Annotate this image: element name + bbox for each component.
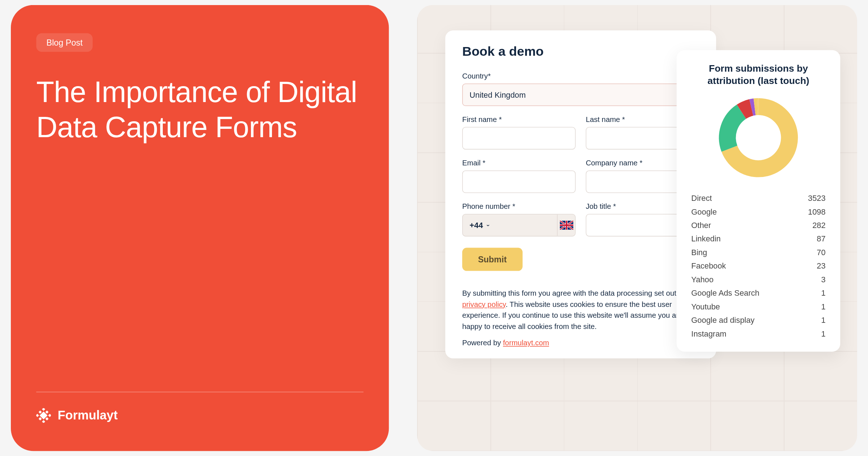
stats-row: Google ad display1 — [691, 316, 825, 325]
country-select[interactable]: United Kingdom — [462, 84, 699, 106]
page-title: The Importance of Digital Data Capture F… — [36, 75, 363, 145]
stats-row-label: Google Ads Search — [691, 288, 759, 297]
stats-row-label: Yahoo — [691, 275, 714, 284]
svg-rect-0 — [42, 408, 45, 411]
stats-row: Yahoo3 — [691, 275, 825, 284]
donut-chart — [716, 96, 801, 180]
country-label: Country* — [462, 72, 699, 80]
stats-row: Instagram1 — [691, 329, 825, 338]
category-badge: Blog Post — [36, 33, 93, 52]
stats-row-label: Google — [691, 207, 716, 216]
email-label: Email * — [462, 159, 576, 167]
stats-row: Direct3523 — [691, 194, 825, 203]
divider — [36, 392, 363, 392]
stats-row-label: Other — [691, 221, 711, 230]
email-input[interactable] — [462, 170, 576, 193]
svg-rect-1 — [42, 420, 45, 423]
stats-card: Form submissions by attribution (last to… — [677, 50, 840, 352]
stats-row-label: Google ad display — [691, 316, 754, 325]
phone-input[interactable]: +44 › — [462, 214, 576, 236]
powered-by: Powered by formulayt.com — [462, 339, 699, 347]
formulayt-logo-icon — [36, 408, 51, 423]
stats-row-value: 23 — [817, 261, 825, 270]
logo-text: Formulayt — [58, 408, 118, 423]
submit-button[interactable]: Submit — [462, 248, 523, 271]
stats-row-value: 3 — [821, 275, 825, 284]
stats-row-label: Youtube — [691, 302, 720, 311]
stats-row-value: 1 — [821, 302, 825, 311]
stats-row: Facebook23 — [691, 261, 825, 270]
svg-rect-7 — [45, 417, 48, 421]
stats-row: Other282 — [691, 221, 825, 230]
stats-row-value: 87 — [817, 234, 825, 243]
stats-row: Linkedin87 — [691, 234, 825, 243]
first-name-input[interactable] — [462, 127, 576, 149]
phone-label: Phone number * — [462, 202, 576, 210]
stats-row-label: Direct — [691, 194, 712, 203]
svg-rect-2 — [36, 414, 39, 417]
preview-panel: Book a demo Country* United Kingdom Firs… — [417, 5, 857, 451]
stats-row-value: 1098 — [808, 207, 826, 216]
svg-rect-3 — [48, 414, 51, 417]
svg-rect-5 — [45, 410, 48, 414]
stats-row: Youtube1 — [691, 302, 825, 311]
country-value: United Kingdom — [469, 90, 526, 99]
privacy-policy-link[interactable]: privacy policy — [462, 300, 506, 308]
form-title: Book a demo — [462, 44, 699, 59]
formulayt-link[interactable]: formulayt.com — [503, 339, 549, 347]
stats-row-value: 1 — [821, 288, 825, 297]
stats-row-label: Bing — [691, 248, 707, 257]
disclaimer-text: By submitting this form you agree with t… — [462, 288, 699, 332]
stats-row-label: Facebook — [691, 261, 726, 270]
demo-form-card: Book a demo Country* United Kingdom Firs… — [445, 30, 716, 358]
first-name-label: First name * — [462, 115, 576, 123]
stats-list: Direct3523Google1098Other282Linkedin87Bi… — [691, 194, 825, 338]
svg-rect-4 — [39, 410, 42, 414]
stats-row-label: Linkedin — [691, 234, 720, 243]
hero-panel: Blog Post The Importance of Digital Data… — [11, 5, 389, 451]
logo: Formulayt — [36, 408, 363, 423]
stats-row: Bing70 — [691, 248, 825, 257]
chevron-down-icon: › — [485, 224, 492, 226]
stats-row: Google Ads Search1 — [691, 288, 825, 297]
phone-code-selector[interactable]: +44 › — [463, 215, 557, 236]
stats-row-label: Instagram — [691, 329, 726, 338]
stats-row: Google1098 — [691, 207, 825, 216]
stats-row-value: 70 — [817, 248, 825, 257]
stats-row-value: 1 — [821, 316, 825, 325]
svg-rect-6 — [39, 417, 42, 421]
stats-row-value: 3523 — [808, 194, 826, 203]
phone-code-value: +44 — [469, 221, 483, 230]
stats-row-value: 1 — [821, 329, 825, 338]
stats-title: Form submissions by attribution (last to… — [691, 63, 825, 88]
uk-flag-icon — [557, 215, 575, 236]
stats-row-value: 282 — [812, 221, 825, 230]
